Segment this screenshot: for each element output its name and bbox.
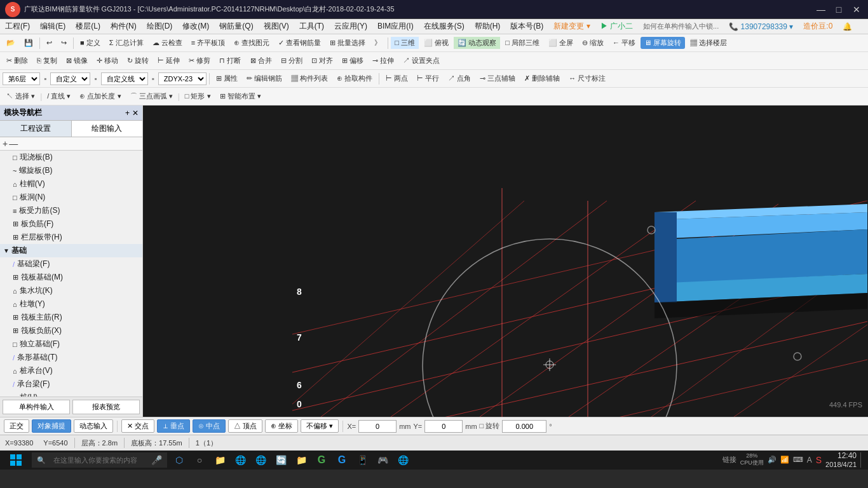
tree-item-strip[interactable]: / 条形基础(T) (0, 351, 142, 364)
app-phone-icon[interactable]: 📱 (353, 451, 372, 470)
mic-icon[interactable]: 🎤 (151, 455, 162, 465)
menu-component[interactable]: 构件(N) (105, 20, 142, 33)
trim-button[interactable]: ✂ 修剪 (185, 55, 214, 67)
single-comp-input-btn[interactable]: 单构件输入 (3, 400, 70, 414)
grip-button[interactable]: ↗ 设置夹点 (399, 55, 444, 67)
close-button[interactable]: ✕ (850, 3, 863, 16)
perp-button[interactable]: ⊥ 垂点 (157, 419, 190, 433)
redo-button[interactable]: ↪ (57, 37, 71, 48)
keyboard-icon[interactable]: ⌨ (793, 456, 803, 464)
zoom-button[interactable]: ⊖ 缩放 (578, 37, 607, 49)
window-controls[interactable]: — □ ✕ (815, 3, 863, 16)
no-offset-button[interactable]: 不偏移 ▾ (301, 419, 339, 433)
tree-item-slab-hole[interactable]: □ 板洞(N) (0, 191, 142, 204)
delete-button[interactable]: ✂ 删除 (3, 55, 32, 67)
tree-item-col-pier[interactable]: ⌂ 柱墩(Y) (0, 297, 142, 311)
tree-item-sump[interactable]: ⌂ 集水坑(K) (0, 284, 142, 297)
merge-button[interactable]: ⊠ 合并 (247, 55, 276, 67)
menu-help[interactable]: 帮助(H) (470, 20, 506, 33)
menu-version[interactable]: 版本号(B) (505, 20, 548, 33)
menu-notification[interactable]: 🔔 (837, 21, 857, 32)
sidebar-close-icon[interactable]: ✕ (132, 109, 139, 118)
chrome-icon[interactable]: 🔄 (271, 451, 290, 470)
menu-floor[interactable]: 楼层(L) (71, 20, 105, 33)
point-length-button[interactable]: ⊕ 点加长度 ▾ (76, 90, 125, 102)
menu-view[interactable]: 视图(V) (259, 20, 294, 33)
ime-icon[interactable]: A (807, 456, 812, 464)
screen-rotate-button[interactable]: 🖥 屏幕旋转 (641, 37, 685, 49)
foundation-expand-icon[interactable]: ▼ (3, 247, 10, 254)
top-point-button[interactable]: △ 顶点 (228, 419, 262, 433)
extend-button[interactable]: ⊢ 延伸 (154, 55, 184, 67)
tree-item-spiral-slab[interactable]: ~ 螺旋板(B) (0, 164, 142, 177)
menu-file[interactable]: 工程(F) (0, 20, 35, 33)
start-button[interactable] (0, 451, 32, 470)
parallel-button[interactable]: ⊢ 平行 (413, 72, 443, 85)
network-icon[interactable]: 📶 (780, 456, 789, 464)
sidebar-add-icon[interactable]: + (125, 109, 130, 118)
tree-item-band[interactable]: ⊞ 栏层板带(H) (0, 231, 142, 244)
rotate-input[interactable] (502, 420, 546, 433)
engineering-settings-btn[interactable]: 工程设置 (0, 121, 72, 137)
rect-tool-button[interactable]: □ 矩形 ▾ (181, 90, 215, 102)
add-item-icon[interactable]: + (3, 139, 8, 149)
pick-comp-button[interactable]: ⊕ 拾取构件 (333, 72, 376, 85)
tree-item-raft-neg[interactable]: ⊞ 筏板负筋(X) (0, 324, 142, 337)
select-tool-button[interactable]: ↖ 选择 ▾ (3, 90, 39, 102)
tree-item-slab-rebar[interactable]: ≡ 板受力筋(S) (0, 204, 142, 217)
edge-icon[interactable]: 🌐 (231, 451, 250, 470)
report-preview-btn[interactable]: 报表预览 (72, 400, 140, 414)
dynamic-input-button[interactable]: 动态输入 (74, 419, 113, 433)
edit-steel-button[interactable]: ✏ 编辑钢筋 (243, 72, 286, 85)
app-g2-icon[interactable]: G (332, 451, 351, 470)
tree-item-floor-slab[interactable]: □ 现浇板(B) (0, 151, 142, 164)
app-game-icon[interactable]: 🎮 (373, 451, 392, 470)
smart-layout-button[interactable]: ⊞ 智能布置 ▾ (216, 90, 265, 102)
menu-help-text[interactable]: 如何在单构件输入中锁... (638, 20, 724, 32)
offset-button[interactable]: ⊞ 偏移 (338, 55, 367, 67)
menu-phone[interactable]: 📞 13907298339 ▾ (724, 21, 798, 32)
style-select[interactable]: ZDYX-23 (158, 72, 207, 85)
search-area[interactable]: 🔍 🎤 (32, 452, 167, 468)
undo-button[interactable]: ↩ (43, 37, 56, 48)
y-input[interactable] (424, 420, 463, 433)
mid-button[interactable]: ⊙ 中点 (193, 419, 226, 433)
volume-icon[interactable]: 🔊 (768, 456, 776, 464)
local-3d-button[interactable]: □ 局部三维 (501, 37, 543, 49)
minimize-button[interactable]: — (815, 3, 827, 16)
dynamic-view-button[interactable]: 🔄 动态观察 (454, 37, 500, 49)
ortho-button[interactable]: 正交 (4, 419, 29, 433)
tree-item-pile[interactable]: ○ 桩(U) (0, 391, 142, 396)
app-web-icon[interactable]: 🌐 (393, 451, 412, 470)
tree-item-column-cap[interactable]: ⌂ 柱帽(V) (0, 177, 142, 191)
cortana-button[interactable]: ○ (190, 451, 209, 470)
menu-draw[interactable]: 绘图(D) (142, 20, 178, 33)
intersect-button[interactable]: ✕ 交点 (121, 419, 154, 433)
view-steel-button[interactable]: ✓ 查看钢筋量 (275, 37, 325, 49)
point-angle-button[interactable]: ↗ 点角 (444, 72, 475, 85)
mirror-button[interactable]: ⊠ 镜像 (62, 55, 92, 67)
line-tool-button[interactable]: / 直线 ▾ (43, 90, 74, 102)
show-desktop-button[interactable] (860, 452, 863, 468)
antivirus-icon[interactable]: S (816, 455, 822, 465)
ie-icon[interactable]: 🌐 (251, 451, 270, 470)
define-button[interactable]: ■ 定义 (76, 37, 104, 49)
layer-name-select[interactable]: 自定义线 (101, 72, 148, 85)
tree-item-raft-main[interactable]: ⊞ 筏板主筋(R) (0, 311, 142, 324)
calc-button[interactable]: Σ 汇总计算 (105, 37, 147, 49)
find-button[interactable]: ⊕ 查找图元 (230, 37, 273, 49)
floor-select[interactable]: 第6层 (3, 72, 40, 85)
menu-steel-qty[interactable]: 钢筋量(Q) (214, 20, 258, 33)
tree-item-independent[interactable]: □ 独立基础(F) (0, 337, 142, 351)
three-point-aux-button[interactable]: ⊸ 三点辅轴 (476, 72, 519, 85)
tree-item-found-beam[interactable]: / 基础梁(F) (0, 257, 142, 271)
coord-button[interactable]: ⊕ 坐标 (265, 419, 298, 433)
arc-tool-button[interactable]: ⌒ 三点画弧 ▾ (126, 90, 177, 102)
menu-tools[interactable]: 工具(T) (294, 20, 329, 33)
menu-assistant[interactable]: ▶ 广小二 (595, 20, 638, 33)
batch-select-button[interactable]: ⊞ 批量选择 (326, 37, 369, 49)
3d-button[interactable]: □ 三维 (391, 37, 419, 49)
stretch-button[interactable]: ⊸ 拉伸 (369, 55, 398, 67)
taskbar-search-input[interactable] (48, 452, 146, 468)
tree-item-cap-beam[interactable]: / 承台梁(F) (0, 377, 142, 391)
